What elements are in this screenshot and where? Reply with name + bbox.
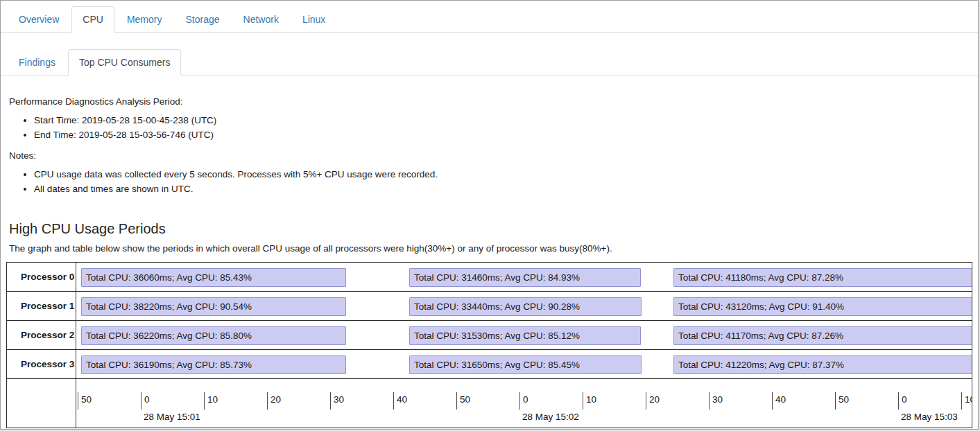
tab-memory[interactable]: Memory [116, 6, 173, 33]
axis-tick: 0 [519, 392, 528, 410]
axis-tick: 0 [898, 392, 907, 410]
axis-tick: 30 [709, 392, 723, 410]
cpu-usage-gantt: Processor 0Total CPU: 36060ms; Avg CPU: … [6, 262, 972, 428]
cpu-period-bar: Total CPU: 31530ms; Avg CPU: 85.12% [409, 326, 641, 345]
timeline-area: Total CPU: 38220ms; Avg CPU: 90.54%Total… [76, 292, 972, 320]
cpu-period-bar: Total CPU: 31650ms; Avg CPU: 85.45% [409, 355, 642, 374]
axis-date-label: 28 May 15:03 [898, 412, 958, 422]
cpu-period-bar: Total CPU: 36190ms; Avg CPU: 85.73% [81, 355, 346, 374]
axis-area: 50010203040500102030405001028 May 15:012… [76, 379, 972, 428]
axis-tick: 40 [393, 392, 407, 410]
note-item: All dates and times are shown in UTC. [34, 182, 970, 196]
axis-tick: 20 [267, 392, 281, 410]
end-time-item: End Time: 2019-05-28 15-03-56-746 (UTC) [34, 127, 970, 142]
processor-label: Processor 2 [7, 321, 76, 349]
timeline-area: Total CPU: 36190ms; Avg CPU: 85.73%Total… [76, 350, 972, 378]
timeline-area: Total CPU: 36220ms; Avg CPU: 85.80%Total… [76, 321, 972, 349]
section-title: High CPU Usage Periods [9, 221, 970, 237]
timeline-area: Total CPU: 36060ms; Avg CPU: 85.43%Total… [76, 263, 972, 291]
processor-label: Processor 1 [7, 292, 76, 320]
axis-tick: 50 [835, 392, 849, 410]
cpu-period-bar: Total CPU: 41170ms; Avg CPU: 87.26% [673, 326, 972, 345]
main-tab-bar: OverviewCPUMemoryStorageNetworkLinux [1, 1, 978, 33]
report-content: Performance Diagnostics Analysis Period:… [1, 96, 978, 428]
section-description: The graph and table below show the perio… [9, 243, 970, 254]
cpu-period-bar: Total CPU: 33440ms; Avg CPU: 90.28% [409, 297, 642, 316]
time-axis: 50010203040500102030405001028 May 15:012… [7, 379, 972, 428]
axis-tick: 10 [583, 392, 596, 410]
axis-tick: 20 [646, 392, 660, 410]
axis-date-label: 28 May 15:01 [141, 412, 200, 422]
subtab-top-cpu-consumers[interactable]: Top CPU Consumers [68, 49, 182, 76]
cpu-period-bar: Total CPU: 43120ms; Avg CPU: 91.40% [673, 297, 972, 316]
axis-tick: 40 [772, 392, 786, 410]
subtab-findings[interactable]: Findings [8, 49, 67, 76]
start-time-item: Start Time: 2019-05-28 15-00-45-238 (UTC… [34, 113, 970, 127]
analysis-period-heading: Performance Diagnostics Analysis Period: [9, 96, 970, 107]
cpu-period-bar: Total CPU: 41220ms; Avg CPU: 87.37% [673, 355, 972, 374]
cpu-period-bar: Total CPU: 31460ms; Avg CPU: 84.93% [409, 268, 641, 287]
gantt-row: Processor 2Total CPU: 36220ms; Avg CPU: … [7, 321, 972, 350]
cpu-period-bar: Total CPU: 38220ms; Avg CPU: 90.54% [81, 297, 346, 316]
axis-tick: 10 [961, 392, 972, 410]
processor-label: Processor 0 [7, 263, 76, 291]
axis-spacer [7, 379, 76, 428]
tab-storage[interactable]: Storage [174, 6, 230, 33]
gantt-row: Processor 3Total CPU: 36190ms; Avg CPU: … [7, 350, 972, 379]
axis-tick: 50 [456, 392, 470, 410]
perf-diagnostics-report: OverviewCPUMemoryStorageNetworkLinux Fin… [0, 0, 979, 430]
axis-tick: 30 [330, 392, 344, 410]
cpu-period-bar: Total CPU: 41180ms; Avg CPU: 87.28% [673, 268, 972, 287]
axis-tick: 10 [204, 392, 218, 410]
axis-tick: 50 [78, 392, 92, 410]
gantt-row: Processor 0Total CPU: 36060ms; Avg CPU: … [7, 263, 972, 292]
axis-tick: 0 [141, 392, 150, 410]
analysis-period-list: Start Time: 2019-05-28 15-00-45-238 (UTC… [9, 113, 970, 142]
gantt-row: Processor 1Total CPU: 38220ms; Avg CPU: … [7, 292, 972, 321]
notes-heading: Notes: [9, 150, 970, 161]
axis-date-label: 28 May 15:02 [519, 412, 579, 422]
cpu-period-bar: Total CPU: 36060ms; Avg CPU: 85.43% [81, 268, 346, 287]
cpu-period-bar: Total CPU: 36220ms; Avg CPU: 85.80% [81, 326, 346, 345]
tab-overview[interactable]: Overview [8, 6, 70, 33]
notes-list: CPU usage data was collected every 5 sec… [9, 167, 970, 196]
processor-label: Processor 3 [7, 350, 76, 378]
note-item: CPU usage data was collected every 5 sec… [34, 167, 970, 182]
tab-network[interactable]: Network [232, 6, 290, 33]
tab-linux[interactable]: Linux [291, 6, 336, 33]
sub-tab-bar: FindingsTop CPU Consumers [1, 44, 978, 76]
tab-cpu[interactable]: CPU [71, 6, 114, 33]
